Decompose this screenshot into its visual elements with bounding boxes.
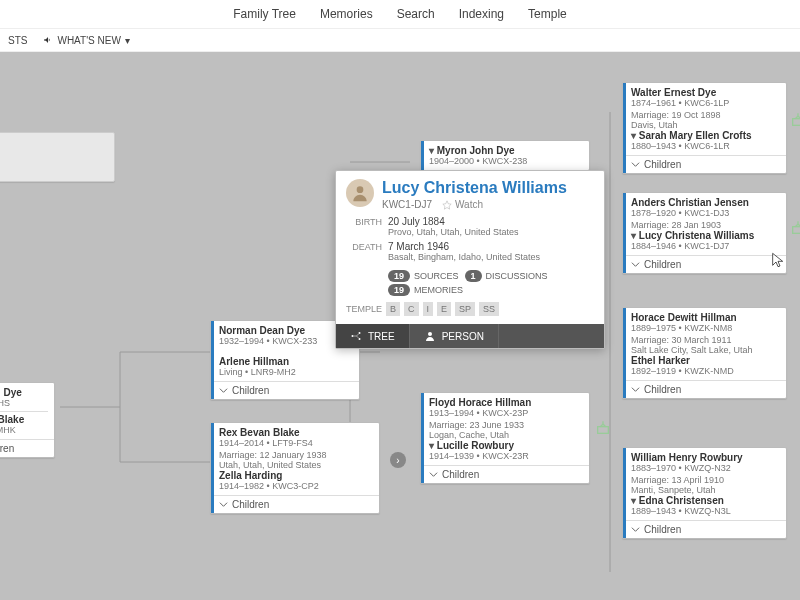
spouse-meta: 1914–1939 • KWCX-23R [429,451,583,461]
ordinance-sp[interactable]: SP [455,302,475,316]
svg-rect-2 [793,227,800,234]
spouse-meta: 1889–1943 • KWZQ-N3L [631,506,780,516]
svg-point-5 [359,338,361,340]
person-meta: 1914–2014 • LFT9-FS4 [219,438,373,448]
nav-indexing[interactable]: Indexing [459,7,504,21]
person-icon [424,330,436,342]
birth-date: 20 July 1884 [388,216,594,227]
person-card-walter[interactable]: Walter Ernest Dye 1874–1961 • KWC6-1LP M… [622,82,787,174]
person-name: ▾ Myron John Dye [429,145,583,156]
children-toggle[interactable]: Children [211,495,379,513]
whats-new-button[interactable]: WHAT'S NEW ▾ [43,35,129,46]
spouse-meta: 1914–1982 • KWC3-CP2 [219,481,373,491]
spouse-meta: Living • LNR9-MH2 [219,367,353,377]
nav-family-tree[interactable]: Family Tree [233,7,296,21]
children-toggle[interactable]: Children [623,255,786,273]
person-name: Walter Ernest Dye [631,87,780,98]
nav-search[interactable]: Search [397,7,435,21]
person-card-william[interactable]: William Henry Rowbury 1883–1970 • KWZQ-N… [622,447,787,539]
death-date: 7 March 1946 [388,241,594,252]
temple-label: TEMPLE [346,304,382,314]
svg-point-3 [352,335,354,337]
caret-down-icon: ▾ [125,35,130,46]
discussions-badge[interactable]: 1DISCUSSIONS [465,270,548,282]
ordinance-i[interactable]: I [423,302,434,316]
person-meta: 1913–1994 • KWCX-23P [429,408,583,418]
death-label: DEATH [346,241,388,262]
spouse-name: Arlene Hillman [219,356,353,367]
person-name: ty Boyd Dye [0,387,48,398]
star-icon [442,200,452,210]
top-nav: Family Tree Memories Search Indexing Tem… [0,0,800,28]
ordinance-ss[interactable]: SS [479,302,499,316]
nav-memories[interactable]: Memories [320,7,373,21]
svg-point-4 [359,332,361,334]
tree-canvas[interactable]: ty Boyd Dye LNR9-MHS ol Ann Blake • LNR9… [0,52,800,600]
person-meta: 1889–1975 • KWZK-NM8 [631,323,780,333]
spouse-meta: 1880–1943 • KWC6-1LR [631,141,780,151]
svg-point-6 [428,332,432,336]
ordinance-e[interactable]: E [437,302,451,316]
empty-card[interactable] [0,132,115,182]
ordinance-b[interactable]: B [386,302,400,316]
person-tab[interactable]: PERSON [410,324,499,348]
popup-name[interactable]: Lucy Christena Williams [382,179,567,197]
person-card-horace[interactable]: Horace Dewitt Hillman 1889–1975 • KWZK-N… [622,307,787,399]
svg-rect-0 [598,427,609,434]
person-name: Norman Dean Dye [219,325,353,336]
lists-button[interactable]: STS [8,35,27,46]
spouse-name: Ethel Harker [631,355,780,366]
person-name: Rex Bevan Blake [219,427,373,438]
person-meta: 1878–1920 • KWC1-DJ3 [631,208,780,218]
person-card-myron[interactable]: ▾ Myron John Dye 1904–2000 • KWCX-238 [420,140,590,171]
popup-id: KWC1-DJ7 [382,199,432,210]
children-toggle[interactable]: Children [623,520,786,538]
expand-button[interactable]: › [390,452,406,468]
person-name: William Henry Rowbury [631,452,780,463]
spouse-name: ▾ Lucy Christena Williams [631,230,780,241]
children-toggle[interactable]: Children [211,381,359,399]
spouse-name: ▾ Edna Christensen [631,495,780,506]
person-card-rex[interactable]: Rex Bevan Blake 1914–2014 • LFT9-FS4 Mar… [210,422,380,514]
person-meta: 1932–1994 • KWCX-233 [219,336,353,346]
avatar [346,179,374,207]
memories-badge[interactable]: 19MEMORIES [388,284,463,296]
spouse-name: ▾ Lucille Rowbury [429,440,583,451]
nav-temple[interactable]: Temple [528,7,567,21]
spouse-meta: 1884–1946 • KWC1-DJ7 [631,241,780,251]
watch-button[interactable]: Watch [442,199,483,210]
children-toggle[interactable]: Children [0,439,54,457]
person-meta: 1904–2000 • KWCX-238 [429,156,583,166]
temple-icon [790,220,800,236]
marriage-info: Marriage: 12 January 1938 Utah, Utah, Un… [219,450,373,470]
marriage-info: Marriage: 30 March 1911 Salt Lake City, … [631,335,780,355]
marriage-info: Marriage: 13 April 1910 Manti, Sanpete, … [631,475,780,495]
whats-new-label: WHAT'S NEW [57,35,120,46]
svg-rect-1 [793,119,800,126]
tree-icon [350,330,362,342]
person-name: Anders Christian Jensen [631,197,780,208]
ordinance-c[interactable]: C [404,302,419,316]
death-place: Basalt, Bingham, Idaho, United States [388,252,594,262]
children-toggle[interactable]: Children [421,465,589,483]
marriage-info: Marriage: 23 June 1933 Logan, Cache, Uta… [429,420,583,440]
person-meta: 1883–1970 • KWZQ-N32 [631,463,780,473]
temple-icon [790,112,800,128]
children-toggle[interactable]: Children [623,155,786,173]
spouse-meta: 1892–1919 • KWZK-NMD [631,366,780,376]
popup-footer: TREE PERSON [336,324,604,348]
birth-label: BIRTH [346,216,388,237]
marriage-info: Marriage: 28 Jan 1903 [631,220,780,230]
sources-badge[interactable]: 19SOURCES [388,270,459,282]
children-toggle[interactable]: Children [623,380,786,398]
person-card-floyd[interactable]: Floyd Horace Hillman 1913–1994 • KWCX-23… [420,392,590,484]
marriage-info: Marriage: 19 Oct 1898 Davis, Utah [631,110,780,130]
megaphone-icon [43,35,53,45]
spouse-name: ol Ann Blake [0,414,48,425]
person-card-anders[interactable]: Anders Christian Jensen 1878–1920 • KWC1… [622,192,787,274]
tree-tab[interactable]: TREE [336,324,410,348]
person-meta: 1874–1961 • KWC6-1LP [631,98,780,108]
person-card-root[interactable]: ty Boyd Dye LNR9-MHS ol Ann Blake • LNR9… [0,382,55,458]
spouse-name: Zella Harding [219,470,373,481]
spouse-meta: • LNR9-MHK [0,425,48,435]
